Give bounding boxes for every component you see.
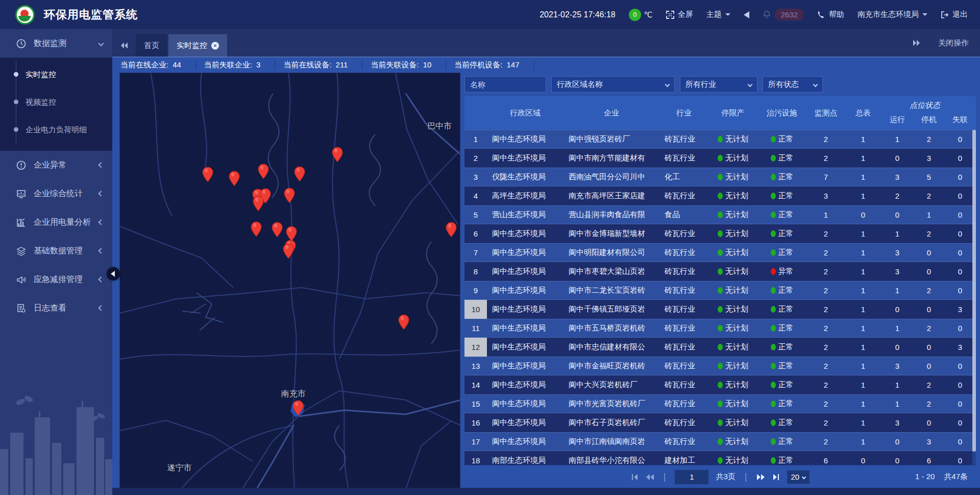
tab-realtime-monitor[interactable]: 实时监控 ×	[168, 34, 227, 57]
map-canvas[interactable]: 巴中市 南充市 遂宁市	[119, 73, 460, 488]
table-row[interactable]: 2 阆中生态环境局 阆中市南方节能建材有 砖瓦行业 无计划 正常	[464, 149, 976, 168]
cell-monitor-count: 1	[806, 210, 845, 219]
scrollbar-thumb[interactable]	[972, 130, 976, 452]
map-pin[interactable]	[253, 196, 264, 211]
tab-bar: 首页 实时监控 × 关闭操作	[112, 29, 980, 57]
cell-region: 阆中生态环境局	[487, 399, 564, 409]
cell-industry: 化工	[659, 172, 708, 182]
map-pin[interactable]	[229, 171, 240, 186]
map-pin[interactable]	[293, 166, 305, 182]
sidebar-item-power-load-detail[interactable]: 企业电力负荷明细	[0, 116, 112, 144]
map-pin[interactable]	[202, 167, 214, 182]
table-row[interactable]: 15 阆中生态环境局 阆中市光富页岩机砖厂 砖瓦行业 无计划 正常	[464, 394, 976, 413]
theme-dropdown[interactable]: 主题	[706, 10, 730, 19]
cell-monitor-count: 2	[806, 381, 845, 389]
table-row[interactable]: 10 阆中生态环境局 阆中千佛镇五郎垭页岩 砖瓦行业 无计划 正常	[464, 300, 976, 319]
chart-icon	[15, 218, 27, 227]
cell-monitor-count: 2	[806, 399, 845, 408]
map-pin[interactable]	[285, 226, 297, 242]
prev-page-button[interactable]	[646, 474, 654, 481]
org-dropdown[interactable]: 南充市生态环境局	[857, 10, 927, 19]
table-row[interactable]: 5 营山生态环境局 营山县润丰肉食品有限 食品 无计划 正常	[464, 205, 976, 224]
map-pin[interactable]	[251, 221, 262, 237]
name-filter-input[interactable]	[464, 76, 546, 92]
help-button[interactable]: 帮助	[817, 10, 844, 19]
table-row[interactable]: 11 阆中生态环境局 阆中市五马桥页岩机砖 砖瓦行业 无计划 正常	[464, 319, 976, 338]
sidebar-item-data-monitor[interactable]: 数据监测	[0, 29, 112, 58]
cell-monitor-count: 2	[806, 343, 845, 351]
cell-treatment-status: 异常	[757, 267, 806, 276]
map-pin[interactable]	[283, 187, 295, 203]
stat-lost-devices: 当前失联设备:10	[362, 60, 446, 70]
mute-button[interactable]	[744, 11, 749, 18]
cell-limit-status: 无计划	[708, 437, 757, 446]
cell-limit-status: 无计划	[708, 342, 757, 352]
cell-treatment-status: 正常	[757, 210, 806, 220]
cell-stop-count: 0	[914, 267, 944, 276]
next-page-button[interactable]	[756, 474, 765, 481]
table-row[interactable]: 16 阆中生态环境局 阆中市石子页岩机砖厂 砖瓦行业 无计划 正常	[464, 413, 976, 432]
cell-treatment-status: 正常	[757, 342, 806, 352]
sidebar-item-company-stats[interactable]: 企业综合统计	[0, 179, 112, 208]
last-page-button[interactable]	[772, 474, 780, 481]
logout-button[interactable]: 退出	[941, 10, 968, 19]
table-row[interactable]: 3 仪陇生态环境局 西南油气田分公司川中 化工 无计划 正常	[464, 168, 976, 186]
table-row[interactable]: 17 阆中生态环境局 阆中市江南镇阆南页岩 砖瓦行业 无计划 正常	[464, 432, 976, 451]
table-row[interactable]: 18 南部生态环境局 南部县砖华小沱有限公 建材加工 无计划 正常	[464, 451, 976, 465]
table-row[interactable]: 14 阆中生态环境局 阆中大兴页岩机砖厂 砖瓦行业 无计划 正常	[464, 375, 976, 394]
map-pin[interactable]	[331, 147, 343, 162]
region-filter-select[interactable]: 行政区域名称	[551, 76, 675, 92]
map-pin[interactable]	[258, 163, 270, 179]
close-icon[interactable]: ×	[211, 42, 219, 50]
cell-company: 阆中强锐页岩砖厂	[564, 134, 659, 144]
table-row[interactable]: 6 阆中生态环境局 阆中市金博瑞新型墙材 砖瓦行业 无计划 正常	[464, 224, 976, 243]
cell-treatment-status: 正常	[757, 456, 806, 465]
sidebar-item-realtime-monitor[interactable]: 实时监控	[0, 61, 112, 88]
table-row[interactable]: 7 阆中生态环境局 阆中明阳建材有限公司 砖瓦行业 无计划 正常	[464, 243, 976, 262]
close-operations-dropdown[interactable]: 关闭操作	[938, 38, 969, 48]
sidebar-item-video-monitor[interactable]: 视频监控	[0, 88, 112, 116]
tab-home[interactable]: 首页	[136, 34, 167, 57]
chevron-down-icon	[725, 13, 730, 16]
first-page-button[interactable]	[631, 474, 639, 481]
cell-limit-status: 无计划	[708, 304, 757, 314]
industry-filter-select[interactable]: 所有行业	[680, 76, 757, 92]
map-pin[interactable]	[283, 243, 295, 259]
fullscreen-icon	[666, 11, 674, 19]
map-pin[interactable]	[398, 314, 410, 330]
cell-run-count: 0	[881, 456, 914, 465]
cell-meter-count: 1	[845, 324, 881, 333]
page-size-select[interactable]: 20	[787, 470, 810, 484]
table-row[interactable]: 4 高坪生态环境局 南充市高坪区王家店建 砖瓦行业 无计划 正常	[464, 186, 976, 205]
sidebar-item-logs[interactable]: 日志查看	[0, 294, 112, 322]
map-collapse-button[interactable]	[107, 267, 120, 280]
sidebar-item-emergency[interactable]: 应急减排管理	[0, 265, 112, 294]
tabs-scroll-left-button[interactable]	[112, 34, 136, 57]
table-row[interactable]: 13 阆中生态环境局 阆中市金福旺页岩机砖 砖瓦行业 无计划 正常	[464, 357, 976, 375]
notifications[interactable]: 2632	[763, 9, 804, 20]
table-row[interactable]: 12 阆中生态环境局 阆中市忠信建材有限公 砖瓦行业 无计划 正常	[464, 338, 976, 357]
map-pin[interactable]	[445, 222, 457, 238]
status-filter-select[interactable]: 所有状态	[763, 76, 823, 92]
table-row[interactable]: 1 阆中生态环境局 阆中强锐页岩砖厂 砖瓦行业 无计划 正常	[464, 130, 976, 149]
row-index: 8	[464, 262, 487, 281]
cell-limit-status: 无计划	[708, 229, 757, 239]
map-pin[interactable]	[292, 400, 304, 416]
tabs-scroll-right-button[interactable]	[913, 39, 921, 46]
table-row[interactable]: 9 阆中生态环境局 阆中市二龙长宝页岩砖 砖瓦行业 无计划 正常	[464, 281, 976, 300]
cell-run-count: 1	[881, 229, 914, 238]
row-index: 15	[464, 395, 487, 413]
chevron-down-icon	[802, 475, 806, 479]
map-pin[interactable]	[272, 222, 283, 238]
cell-run-count: 1	[881, 381, 914, 389]
sidebar-item-base-data[interactable]: 基础数据管理	[0, 237, 112, 265]
cell-limit-status: 无计划	[708, 172, 757, 182]
table-scrollbar[interactable]	[972, 130, 976, 465]
page-input[interactable]	[675, 470, 708, 484]
fullscreen-button[interactable]: 全屏	[666, 10, 693, 19]
cell-monitor-count: 2	[806, 305, 845, 314]
cell-industry: 砖瓦行业	[659, 323, 708, 333]
table-row[interactable]: 8 阆中生态环境局 阆中市枣碧大梁山页岩 砖瓦行业 无计划 异常	[464, 262, 976, 281]
sidebar-item-power-analysis[interactable]: 企业用电量分析	[0, 208, 112, 237]
sidebar-item-company-abnormal[interactable]: 企业异常	[0, 151, 112, 179]
